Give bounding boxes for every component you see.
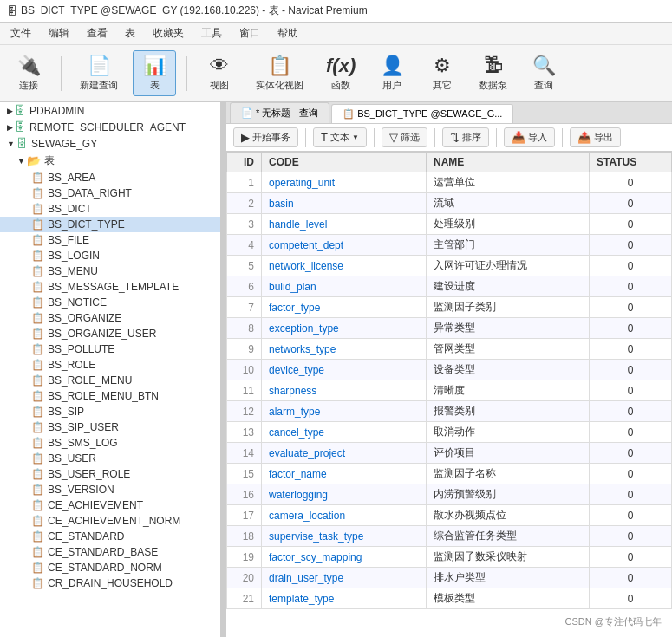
table-row[interactable]: 20 drain_user_type 排水户类型 0: [227, 568, 672, 588]
sidebar-item-pdbadmin[interactable]: ▶🗄PDBADMIN: [0, 102, 220, 119]
cell-status: 0: [589, 235, 671, 256]
data-table-wrapper[interactable]: ID CODE NAME STATUS 1 operating_unit 运营单…: [226, 152, 672, 637]
table-row[interactable]: 15 factor_name 监测因子名称 0: [227, 464, 672, 484]
tbl-btn-icon: ⇅: [450, 131, 460, 144]
cell-status: 0: [589, 505, 671, 526]
tbl-btn-import[interactable]: 📥导入: [504, 127, 555, 147]
col-status[interactable]: STATUS: [589, 153, 671, 172]
menu-item-文件[interactable]: 文件: [7, 24, 35, 42]
table-row[interactable]: 19 factor_scy_mapping 监测因子数采仪映射 0: [227, 547, 672, 568]
sidebar-item-label: CE_ACHIEVEMENT: [48, 499, 143, 511]
cell-name: 取消动作: [427, 422, 590, 443]
sidebar-item-bs-file[interactable]: 📋BS_FILE: [0, 232, 220, 248]
table-row[interactable]: 5 network_license 入网许可证办理情况 0: [227, 256, 672, 276]
sidebar-item-bs-dict-type[interactable]: 📋BS_DICT_TYPE: [0, 217, 220, 232]
sidebar-item-bs-version[interactable]: 📋BS_VERSION: [0, 482, 220, 497]
menu-item-收藏夹[interactable]: 收藏夹: [149, 24, 187, 42]
table-row[interactable]: 18 supervise_task_type 综合监管任务类型 0: [227, 526, 672, 547]
sidebar-item-ce-standard-norm[interactable]: 📋CE_STANDARD_NORM: [0, 560, 220, 575]
toolbar-btn-table[interactable]: 📊表: [133, 50, 176, 96]
toolbar-btn-other[interactable]: ⚙其它: [421, 50, 464, 96]
toolbar-btn-new-query[interactable]: 📄新建查询: [72, 50, 126, 96]
sidebar-item-bs-pollute[interactable]: 📋BS_POLLUTE: [0, 341, 220, 357]
table-icon: 📋: [31, 390, 44, 402]
sidebar-item-ce-standard-base[interactable]: 📋CE_STANDARD_BASE: [0, 544, 220, 560]
col-name[interactable]: NAME: [427, 153, 590, 172]
menu-item-表[interactable]: 表: [121, 24, 139, 42]
table-row[interactable]: 17 camera_location 散水办视频点位 0: [227, 505, 672, 526]
col-code[interactable]: CODE: [262, 153, 427, 172]
menu-item-查看[interactable]: 查看: [83, 24, 111, 42]
cell-status: 0: [589, 297, 671, 318]
tab-bs-dict-type-tab[interactable]: 📋BS_DICT_TYPE @SEWAGE_G...: [331, 104, 513, 123]
toolbar-btn-user[interactable]: 👤用户: [370, 50, 414, 96]
table-icon: 📋: [31, 406, 44, 418]
table-row[interactable]: 4 competent_dept 主管部门 0: [227, 235, 672, 256]
table-row[interactable]: 3 handle_level 处理级别 0: [227, 214, 672, 235]
sidebar-item-tables[interactable]: ▼📂表: [0, 152, 220, 170]
sidebar-item-remote-scheduler-agent[interactable]: ▶🗄REMOTE_SCHEDULER_AGENT: [0, 119, 220, 135]
sidebar-item-bs-sip[interactable]: 📋BS_SIP: [0, 404, 220, 419]
sidebar-item-bs-sms-log[interactable]: 📋BS_SMS_LOG: [0, 435, 220, 451]
new-query-icon: 📄: [88, 55, 111, 77]
menu-item-编辑[interactable]: 编辑: [45, 24, 73, 42]
table-row[interactable]: 8 exception_type 异常类型 0: [227, 318, 672, 339]
sidebar-item-bs-menu[interactable]: 📋BS_MENU: [0, 263, 220, 279]
tbl-btn-begin-transaction[interactable]: ▶开始事务: [233, 127, 298, 147]
table-row[interactable]: 9 networks_type 管网类型 0: [227, 339, 672, 360]
sidebar-item-bs-sip-user[interactable]: 📋BS_SIP_USER: [0, 419, 220, 435]
menu-item-帮助[interactable]: 帮助: [274, 24, 302, 42]
sidebar-item-bs-role-menu-btn[interactable]: 📋BS_ROLE_MENU_BTN: [0, 388, 220, 404]
menu-item-窗口[interactable]: 窗口: [236, 24, 264, 42]
cell-name: 监测因子名称: [427, 464, 590, 484]
sidebar-item-cr-drain-household[interactable]: 📋CR_DRAIN_HOUSEHOLD: [0, 575, 220, 591]
col-id[interactable]: ID: [227, 153, 262, 172]
table-row[interactable]: 11 sharpness 清晰度 0: [227, 380, 672, 401]
table-row[interactable]: 2 basin 流域 0: [227, 193, 672, 214]
menu-item-工具[interactable]: 工具: [198, 24, 225, 42]
table-icon: 📋: [31, 530, 44, 543]
table-row[interactable]: 14 evaluate_project 评价项目 0: [227, 443, 672, 464]
sidebar-item-bs-data-right[interactable]: 📋BS_DATA_RIGHT: [0, 185, 220, 201]
sidebar-item-bs-message-template[interactable]: 📋BS_MESSAGE_TEMPLATE: [0, 279, 220, 295]
table-row[interactable]: 1 operating_unit 运营单位 0: [227, 172, 672, 193]
tbl-btn-sort[interactable]: ⇅排序: [442, 127, 489, 147]
table-icon: 📋: [31, 421, 44, 433]
sidebar-item-label: BS_POLLUTE: [48, 343, 114, 355]
sidebar-item-bs-user-role[interactable]: 📋BS_USER_ROLE: [0, 466, 220, 482]
table-row[interactable]: 6 bulid_plan 建设进度 0: [227, 276, 672, 297]
sidebar-item-bs-login[interactable]: 📋BS_LOGIN: [0, 248, 220, 263]
sidebar-item-bs-user[interactable]: 📋BS_USER: [0, 451, 220, 466]
tbl-btn-export[interactable]: 📤导出: [570, 127, 621, 147]
table-row[interactable]: 21 template_type 模板类型 0: [227, 588, 672, 609]
table-row[interactable]: 10 device_type 设备类型 0: [227, 360, 672, 380]
tbl-btn-text[interactable]: T文本▼: [313, 127, 367, 147]
toolbar-btn-function[interactable]: f(x)函数: [318, 50, 363, 96]
sidebar-item-label: BS_FILE: [48, 234, 89, 246]
sidebar-item-sewage-gy[interactable]: ▼🗄SEWAGE_GY: [0, 135, 220, 152]
sidebar-item-label: BS_MESSAGE_TEMPLATE: [48, 281, 179, 293]
sidebar-item-bs-role-menu[interactable]: 📋BS_ROLE_MENU: [0, 373, 220, 388]
table-row[interactable]: 7 factor_type 监测因子类别 0: [227, 297, 672, 318]
connect-icon: 🔌: [17, 55, 41, 77]
table-row[interactable]: 16 waterlogging 内涝预警级别 0: [227, 484, 672, 505]
sidebar-item-ce-achievement[interactable]: 📋CE_ACHIEVEMENT: [0, 497, 220, 513]
tab-label: * 无标题 - 查询: [256, 107, 318, 118]
tbl-btn-filter[interactable]: ▽筛选: [382, 127, 427, 147]
table-row[interactable]: 12 alarm_type 报警类别 0: [227, 401, 672, 422]
toolbar-btn-query[interactable]: 🔍查询: [522, 50, 565, 96]
sidebar-item-bs-dict[interactable]: 📋BS_DICT: [0, 201, 220, 217]
sidebar-item-bs-organize-user[interactable]: 📋BS_ORGANIZE_USER: [0, 326, 220, 341]
sidebar-item-bs-organize[interactable]: 📋BS_ORGANIZE: [0, 310, 220, 326]
toolbar-btn-view[interactable]: 👁视图: [198, 50, 241, 96]
sidebar-item-bs-role[interactable]: 📋BS_ROLE: [0, 357, 220, 373]
table-row[interactable]: 13 cancel_type 取消动作 0: [227, 422, 672, 443]
sidebar-item-ce-standard[interactable]: 📋CE_STANDARD: [0, 529, 220, 544]
sidebar-item-ce-achievement-norm[interactable]: 📋CE_ACHIEVEMENT_NORM: [0, 513, 220, 529]
toolbar-btn-connect[interactable]: 🔌连接: [7, 50, 50, 96]
toolbar-btn-data-pump[interactable]: 🗜数据泵: [471, 50, 515, 96]
tab-unnamed-query[interactable]: 📄* 无标题 - 查询: [230, 102, 329, 123]
sidebar-item-bs-notice[interactable]: 📋BS_NOTICE: [0, 295, 220, 310]
toolbar-btn-materialized-view[interactable]: 📋实体化视图: [248, 50, 311, 96]
sidebar-item-bs-area[interactable]: 📋BS_AREA: [0, 170, 220, 185]
